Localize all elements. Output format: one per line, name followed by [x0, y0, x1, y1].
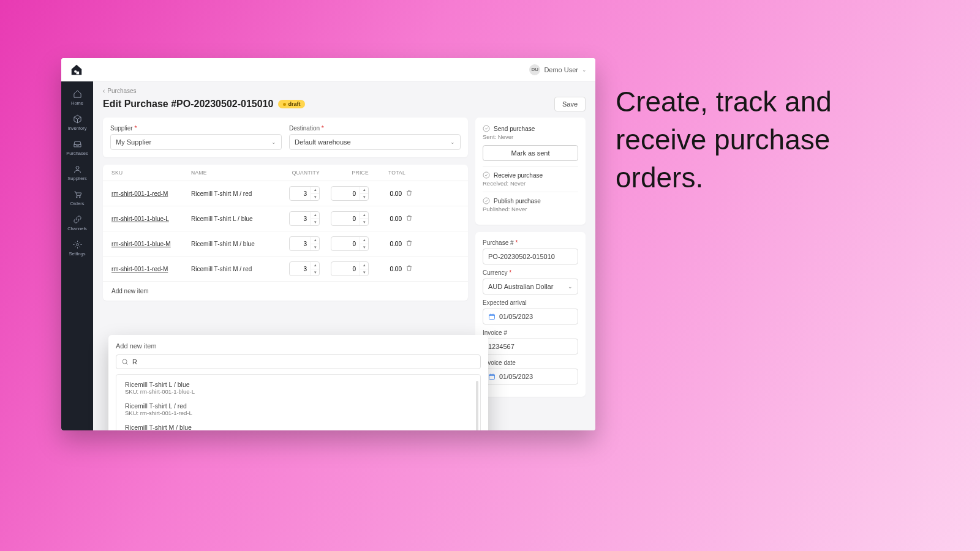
step-down-icon[interactable]: ▾ [311, 219, 319, 226]
delete-row-button[interactable] [405, 239, 424, 248]
inbox-icon [73, 140, 82, 149]
check-circle-icon [483, 171, 490, 179]
line-total: 0.00 [369, 241, 405, 247]
cube-icon [73, 114, 82, 124]
mark-as-sent-button[interactable]: Mark as sent [483, 145, 578, 161]
sku-link[interactable]: rm-shirt-001-1-red-M [111, 190, 191, 197]
item-name: Ricemill T-shirt M / blue [191, 241, 271, 247]
step-down-icon[interactable]: ▾ [360, 219, 368, 226]
currency-label: Currency * [483, 269, 578, 276]
step-down-icon[interactable]: ▾ [360, 269, 368, 276]
quantity-stepper[interactable]: 3▴▾ [289, 211, 320, 226]
sidebar-item-home[interactable]: Home [61, 85, 93, 110]
delete-row-button[interactable] [405, 189, 424, 198]
send-purchase-title: Send purchase [483, 125, 578, 132]
step-up-icon[interactable]: ▴ [360, 187, 368, 194]
add-item-popover: Add new item R Ricemill T-shirt L / blue… [108, 335, 488, 430]
line-total: 0.00 [369, 190, 405, 197]
price-stepper[interactable]: 0▴▾ [331, 186, 369, 201]
svg-point-4 [79, 197, 80, 198]
sidebar-item-inventory[interactable]: Inventory [61, 110, 93, 135]
svg-point-11 [123, 359, 127, 364]
search-result-item[interactable]: Ricemill T-shirt M / blueSKU: rm-shirt-0… [119, 420, 478, 430]
step-up-icon[interactable]: ▴ [311, 212, 319, 219]
destination-select[interactable]: Default warehouse⌄ [289, 134, 461, 150]
purchase-no-label: Purchase # * [483, 239, 578, 246]
svg-point-6 [483, 126, 489, 132]
calendar-icon [488, 313, 496, 320]
home-icon [73, 89, 82, 99]
delete-row-button[interactable] [405, 214, 424, 223]
purchase-no-input[interactable]: PO-20230502-015010 [483, 249, 578, 264]
price-stepper[interactable]: 0▴▾ [331, 261, 369, 276]
col-name: NAME [191, 170, 271, 176]
user-menu[interactable]: DU Demo User ⌄ [529, 64, 587, 75]
step-up-icon[interactable]: ▴ [311, 262, 319, 269]
quantity-stepper[interactable]: 3▴▾ [289, 261, 320, 276]
user-icon [73, 165, 82, 174]
cart-icon [73, 190, 82, 199]
link-icon [73, 215, 82, 224]
invoice-date-input[interactable]: 01/05/2023 [483, 369, 578, 384]
search-input[interactable]: R [116, 354, 481, 369]
quantity-stepper[interactable]: 3▴▾ [289, 186, 320, 201]
page-title: Edit Purchase #PO-20230502-015010 draft [103, 99, 305, 110]
sidebar-item-channels[interactable]: Channels [61, 211, 93, 236]
step-up-icon[interactable]: ▴ [311, 237, 319, 244]
chevron-down-icon: ⌄ [568, 283, 573, 290]
svg-rect-9 [489, 315, 495, 320]
sidebar-item-suppliers[interactable]: Suppliers [61, 160, 93, 186]
step-down-icon[interactable]: ▾ [311, 244, 319, 251]
step-up-icon[interactable]: ▴ [360, 237, 368, 244]
step-down-icon[interactable]: ▾ [360, 194, 368, 201]
popover-title: Add new item [116, 342, 481, 350]
step-down-icon[interactable]: ▾ [360, 244, 368, 251]
svg-point-3 [76, 197, 77, 198]
currency-select[interactable]: AUD Australian Dollar⌄ [483, 279, 578, 294]
item-name: Ricemill T-shirt L / blue [191, 216, 271, 222]
sidebar: Home Inventory Purchases Suppliers Order… [61, 81, 93, 430]
breadcrumb[interactable]: ‹ Purchases [103, 88, 586, 94]
search-result-item[interactable]: Ricemill T-shirt L / blueSKU: rm-shirt-0… [119, 377, 478, 399]
price-stepper[interactable]: 0▴▾ [331, 211, 369, 226]
sidebar-label: Inventory [68, 126, 87, 131]
step-down-icon[interactable]: ▾ [311, 269, 319, 276]
sku-link[interactable]: rm-shirt-001-1-blue-M [111, 241, 191, 247]
sidebar-item-purchases[interactable]: Purchases [61, 135, 93, 160]
step-down-icon[interactable]: ▾ [311, 194, 319, 201]
sidebar-label: Purchases [66, 151, 88, 156]
svg-point-8 [483, 198, 489, 204]
svg-rect-10 [489, 375, 495, 380]
destination-label: Destination * [289, 125, 461, 132]
col-price: PRICE [320, 170, 369, 176]
sidebar-item-orders[interactable]: Orders [61, 186, 93, 211]
step-up-icon[interactable]: ▴ [311, 187, 319, 194]
check-circle-icon [483, 125, 490, 132]
expected-date-input[interactable]: 01/05/2023 [483, 309, 578, 324]
step-up-icon[interactable]: ▴ [360, 212, 368, 219]
price-stepper[interactable]: 0▴▾ [331, 236, 369, 251]
supplier-label: Supplier * [110, 125, 282, 132]
add-item-label: Add new item [103, 282, 468, 301]
delete-row-button[interactable] [405, 264, 424, 273]
sidebar-label: Channels [67, 226, 87, 231]
brand-logo-icon [70, 63, 83, 77]
sidebar-label: Home [71, 100, 83, 106]
table-row: rm-shirt-001-1-blue-MRicemill T-shirt M … [103, 231, 468, 257]
quantity-stepper[interactable]: 3▴▾ [289, 236, 320, 251]
details-card: Purchase # * PO-20230502-015010 Currency… [475, 232, 586, 397]
sidebar-item-settings[interactable]: Settings [61, 236, 93, 261]
invoice-no-input[interactable]: 1234567 [483, 339, 578, 354]
sidebar-label: Settings [69, 251, 85, 257]
svg-point-5 [76, 244, 78, 246]
breadcrumb-label: Purchases [107, 88, 136, 94]
step-up-icon[interactable]: ▴ [360, 262, 368, 269]
save-button[interactable]: Save [554, 97, 586, 111]
col-total: TOTAL [369, 170, 405, 176]
sku-link[interactable]: rm-shirt-001-1-red-M [111, 266, 191, 272]
supplier-select[interactable]: My Supplier⌄ [110, 134, 282, 150]
invoice-no-label: Invoice # [483, 329, 578, 336]
user-name: Demo User [544, 66, 578, 73]
search-result-item[interactable]: Ricemill T-shirt L / redSKU: rm-shirt-00… [119, 399, 478, 420]
sku-link[interactable]: rm-shirt-001-1-blue-L [111, 216, 191, 222]
